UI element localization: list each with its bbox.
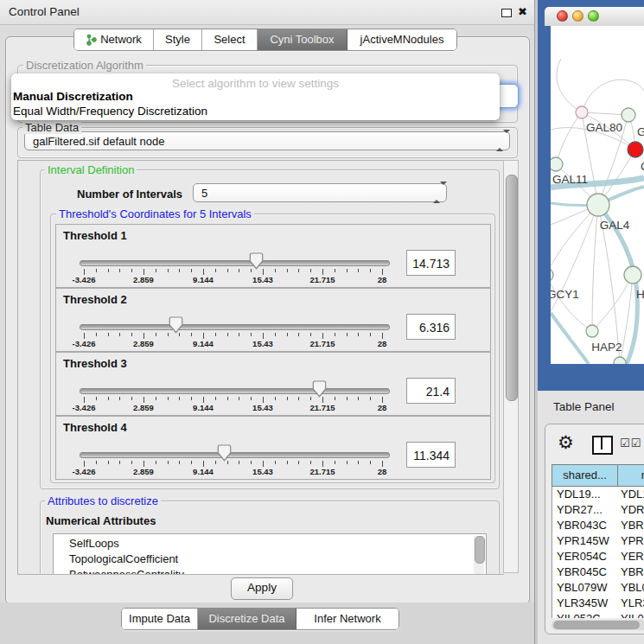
- column-browser-icon[interactable]: [592, 436, 613, 455]
- gear-icon[interactable]: ⚙: [558, 432, 574, 453]
- column-header-shared-name[interactable]: shared...: [552, 464, 618, 487]
- attribute-item[interactable]: SelfLoops: [69, 537, 119, 550]
- cell-shared-name: YIL052C: [557, 612, 601, 618]
- threshold-slider[interactable]: [80, 388, 390, 394]
- table-data-combobox[interactable]: galFiltered.sif default node: [24, 131, 510, 150]
- menu-item-equal-width-frequency[interactable]: Equal Width/Frequency Discretization: [13, 105, 207, 118]
- major-tick: [382, 461, 383, 467]
- minor-tick: [179, 269, 180, 272]
- checkbox-icons[interactable]: ☑☑: [620, 437, 641, 450]
- slider-thumb[interactable]: [217, 444, 232, 462]
- list-scrollbar[interactable]: [474, 536, 484, 575]
- apply-button[interactable]: Apply: [231, 577, 293, 600]
- tab-style[interactable]: Style: [154, 29, 202, 50]
- control-panel-window: Control Panel ✖ NetworkStyleSelectCyni T…: [0, 0, 535, 644]
- network-node-green[interactable]: [587, 194, 609, 216]
- network-canvas[interactable]: GAL80GACGAL11GAL4GCY1HHAP2: [551, 26, 644, 364]
- float-window-icon[interactable]: [501, 9, 512, 17]
- numerical-attributes-label: Numerical Attributes: [46, 514, 156, 527]
- minor-tick: [370, 333, 371, 336]
- attribute-item[interactable]: TopologicalCoefficient: [69, 552, 178, 565]
- threshold-value-field[interactable]: 21.4: [406, 378, 456, 404]
- minor-tick: [275, 269, 276, 272]
- table-row[interactable]: YDL19...YDL1: [552, 487, 644, 502]
- minimize-light-icon[interactable]: [572, 10, 583, 22]
- tab-network[interactable]: Network: [74, 29, 154, 50]
- close-icon[interactable]: ✖: [518, 5, 527, 18]
- tab-select[interactable]: Select: [202, 29, 258, 50]
- table-row[interactable]: YBL079WYBL0: [552, 580, 644, 596]
- close-light-icon[interactable]: [557, 10, 568, 22]
- network-node-green[interactable]: [614, 357, 626, 364]
- network-icon: [86, 34, 97, 46]
- network-node-green[interactable]: [551, 268, 553, 282]
- node-label: C: [641, 160, 644, 173]
- slider-thumb[interactable]: [312, 380, 327, 398]
- cell-shared-name: YBL079W: [557, 581, 608, 594]
- minor-tick: [347, 397, 348, 400]
- minor-tick: [370, 269, 371, 272]
- table-data-value: galFiltered.sif default node: [33, 132, 164, 150]
- tick-label: 21.715: [301, 403, 344, 412]
- major-tick: [84, 397, 85, 403]
- minor-tick: [191, 397, 192, 400]
- minor-tick: [251, 461, 252, 464]
- network-view-window: GAL80GACGAL11GAL4GCY1HHAP2: [538, 0, 644, 391]
- control-panel-titlebar: Control Panel ✖: [0, 0, 534, 25]
- network-node-green[interactable]: [586, 325, 598, 337]
- threshold-panel: Threshold 1 14.713 -3.4262.8599.14415.43…: [55, 224, 491, 288]
- major-tick: [382, 269, 383, 275]
- table-panel-title: Table Panel: [553, 400, 615, 413]
- number-of-intervals-value: 5: [201, 184, 207, 202]
- threshold-slider[interactable]: [80, 324, 390, 330]
- tick-label: 28: [360, 339, 404, 348]
- minor-tick: [108, 269, 109, 272]
- menu-item-manual-discretization[interactable]: Manual Discretization: [13, 90, 133, 103]
- table-row[interactable]: YDR27...YDR2: [552, 502, 644, 518]
- tab-cyni-toolbox[interactable]: Cyni Toolbox: [258, 29, 348, 50]
- major-tick: [382, 333, 383, 339]
- threshold-value-field[interactable]: 11.344: [406, 442, 456, 468]
- table-row[interactable]: YBR043CYBR0: [552, 518, 644, 533]
- threshold-slider[interactable]: [80, 260, 390, 266]
- number-of-intervals-combobox[interactable]: 5: [193, 183, 447, 202]
- table-row[interactable]: YER054CYER0: [552, 549, 644, 564]
- tab-discretize-data[interactable]: Discretize Data: [198, 609, 296, 629]
- minor-tick: [239, 333, 239, 336]
- settings-scrollbar[interactable]: [503, 160, 519, 573]
- threshold-value-field[interactable]: 6.316: [406, 314, 456, 340]
- table-hscrollbar[interactable]: [552, 620, 644, 630]
- table-row[interactable]: YIL052CYIL0: [552, 611, 644, 618]
- major-tick: [263, 269, 264, 275]
- minor-tick: [275, 461, 276, 464]
- tab-jactivemnodules[interactable]: jActiveMNodules: [348, 29, 456, 50]
- network-node-green[interactable]: [551, 157, 563, 171]
- interval-definition-label: Interval Definition: [45, 163, 137, 176]
- minor-tick: [310, 397, 311, 400]
- numerical-attributes-list[interactable]: SelfLoopsTopologicalCoefficientBetweenne…: [53, 533, 487, 575]
- minor-tick: [275, 397, 276, 400]
- table-row[interactable]: YPR145WYPR1: [552, 533, 644, 549]
- network-node-green[interactable]: [622, 108, 635, 122]
- column-header-name[interactable]: na: [617, 464, 644, 487]
- network-node-green[interactable]: [624, 266, 641, 284]
- zoom-light-icon[interactable]: [588, 10, 599, 22]
- node-table[interactable]: YDL19...YDL1YDR27...YDR2YBR043CYBR0YPR14…: [552, 487, 644, 618]
- table-row[interactable]: YBR045CYBR0: [552, 564, 644, 580]
- minor-tick: [119, 269, 120, 272]
- threshold-panel: Threshold 4 11.344 -3.4262.8599.14415.43…: [55, 416, 491, 480]
- slider-thumb[interactable]: [169, 316, 183, 334]
- attribute-item[interactable]: BetweennessCentrality: [69, 568, 184, 575]
- minor-tick: [298, 397, 299, 400]
- tab-infer-network[interactable]: Infer Network: [296, 609, 399, 629]
- minor-tick: [310, 461, 311, 464]
- threshold-slider[interactable]: [80, 452, 390, 458]
- slider-thumb[interactable]: [249, 252, 264, 270]
- tick-label: -3.426: [62, 339, 105, 348]
- threshold-value-field[interactable]: 14.713: [406, 250, 456, 276]
- table-row[interactable]: YLR345WYLR3: [552, 596, 644, 611]
- network-node-red[interactable]: [628, 142, 643, 157]
- tab-impute-data[interactable]: Impute Data: [122, 609, 198, 629]
- cell-name: YPR1: [621, 534, 644, 547]
- network-node-pink[interactable]: [576, 106, 588, 118]
